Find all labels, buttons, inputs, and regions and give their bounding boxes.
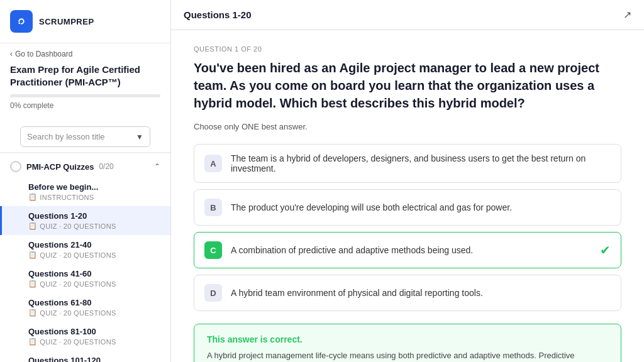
lesson-subtitle: QUIZ · 20 QUESTIONS (40, 280, 116, 288)
content-header: Questions 1-20 ↗ (171, 0, 644, 30)
feedback-box: This answer is correct. A hybrid project… (194, 324, 621, 362)
answer-letter-d: D (204, 284, 222, 302)
question-area: QUESTION 1 OF 20 You've been hired as an… (171, 30, 644, 362)
lesson-type-icon: 📋 (28, 309, 37, 317)
answer-text-b: The product you're developing will use b… (231, 202, 611, 212)
answer-text-a: The team is a hybrid of developers, desi… (231, 153, 611, 173)
answer-letter-b: B (204, 199, 222, 216)
feedback-correct-label: This answer is correct. (207, 334, 608, 344)
search-dropdown-text: Search by lesson title (27, 132, 105, 141)
lesson-title: Questions 21-40 (28, 240, 91, 250)
sidebar-nav: ‹ Go to Dashboard Exam Prep for Agile Ce… (0, 43, 170, 121)
list-item[interactable]: Questions 1-20 📋 QUIZ · 20 QUESTIONS (0, 206, 170, 235)
lesson-title: Questions 41-60 (28, 269, 91, 278)
expand-icon[interactable]: ↗ (623, 9, 631, 21)
lesson-subtitle: QUIZ · 20 QUESTIONS (40, 222, 116, 230)
answers-list: A The team is a hybrid of developers, de… (194, 144, 621, 311)
list-item[interactable]: Questions 101-120 📋 QUIZ · 20 QUESTIONS (0, 351, 170, 362)
progress-text: 0% complete (10, 101, 160, 110)
lesson-title: Questions 81-100 (28, 327, 96, 336)
lesson-type-icon: 📋 (28, 222, 37, 230)
section-circle-icon (10, 161, 21, 172)
logo-icon (10, 10, 33, 33)
lesson-title: Before we begin... (28, 182, 98, 192)
progress-bar-container (10, 94, 160, 97)
answer-option-b[interactable]: B The product you're developing will use… (194, 189, 621, 226)
section-header[interactable]: PMI-ACP Quizzes 0/20 ⌃ (0, 153, 170, 177)
course-title: Exam Prep for Agile Certified Practition… (10, 63, 160, 88)
content-header-title: Questions 1-20 (184, 9, 252, 20)
lesson-type-icon: 📋 (28, 251, 37, 259)
search-bar-wrapper: Search by lesson title ▼ (0, 121, 170, 153)
question-number: QUESTION 1 OF 20 (194, 45, 621, 53)
lesson-title: Questions 101-120 (28, 356, 101, 362)
lesson-subtitle: QUIZ · 20 QUESTIONS (40, 338, 116, 346)
question-text: You've been hired as an Agile project ma… (194, 59, 621, 112)
correct-check-icon: ✔︎ (600, 243, 611, 258)
svg-point-0 (16, 16, 27, 27)
chevron-down-icon: ▼ (136, 133, 143, 141)
instruction-text: Choose only ONE best answer. (194, 122, 621, 131)
answer-option-a[interactable]: A The team is a hybrid of developers, de… (194, 144, 621, 183)
chevron-left-icon: ‹ (10, 50, 13, 58)
lesson-type-icon: 📋 (28, 280, 37, 288)
answer-text-c: A combination of predictive and adaptive… (231, 245, 591, 255)
answer-letter-a: A (204, 155, 222, 172)
list-item[interactable]: Questions 81-100 📋 QUIZ · 20 QUESTIONS (0, 322, 170, 351)
list-item[interactable]: Questions 61-80 📋 QUIZ · 20 QUESTIONS (0, 293, 170, 322)
lesson-type-icon: 📋 (28, 193, 37, 201)
logo-text: SCRUMPREP (39, 17, 94, 26)
section-chevron-icon: ⌃ (154, 162, 160, 171)
lesson-subtitle: INSTRUCTIONS (40, 194, 94, 201)
sidebar: SCRUMPREP ‹ Go to Dashboard Exam Prep fo… (0, 0, 171, 362)
lesson-title: Questions 61-80 (28, 298, 91, 307)
lessons-list: PMI-ACP Quizzes 0/20 ⌃ Before we begin..… (0, 153, 170, 362)
lesson-type-icon: 📋 (28, 337, 37, 346)
answer-letter-c: C (204, 241, 222, 259)
list-item[interactable]: Questions 21-40 📋 QUIZ · 20 QUESTIONS (0, 235, 170, 264)
svg-point-1 (18, 22, 20, 24)
answer-option-d[interactable]: D A hybrid team environment of physical … (194, 275, 621, 311)
answer-option-c[interactable]: C A combination of predictive and adapti… (194, 232, 621, 268)
search-dropdown[interactable]: Search by lesson title ▼ (20, 126, 150, 147)
feedback-text: A hybrid project management life-cycle m… (207, 349, 608, 362)
section-count: 0/20 (99, 162, 113, 171)
lesson-subtitle: QUIZ · 20 QUESTIONS (40, 309, 116, 317)
go-dashboard-link[interactable]: ‹ Go to Dashboard (10, 50, 160, 58)
answer-text-d: A hybrid team environment of physical an… (231, 288, 611, 298)
lesson-subtitle: QUIZ · 20 QUESTIONS (40, 251, 116, 259)
main-content: Questions 1-20 ↗ QUESTION 1 OF 20 You've… (171, 0, 644, 362)
section-title: PMI-ACP Quizzes (26, 162, 94, 172)
sidebar-header: SCRUMPREP (0, 0, 170, 43)
list-item[interactable]: Questions 41-60 📋 QUIZ · 20 QUESTIONS (0, 264, 170, 293)
lesson-title: Questions 1-20 (28, 211, 87, 221)
list-item[interactable]: Before we begin... 📋 INSTRUCTIONS (0, 177, 170, 206)
